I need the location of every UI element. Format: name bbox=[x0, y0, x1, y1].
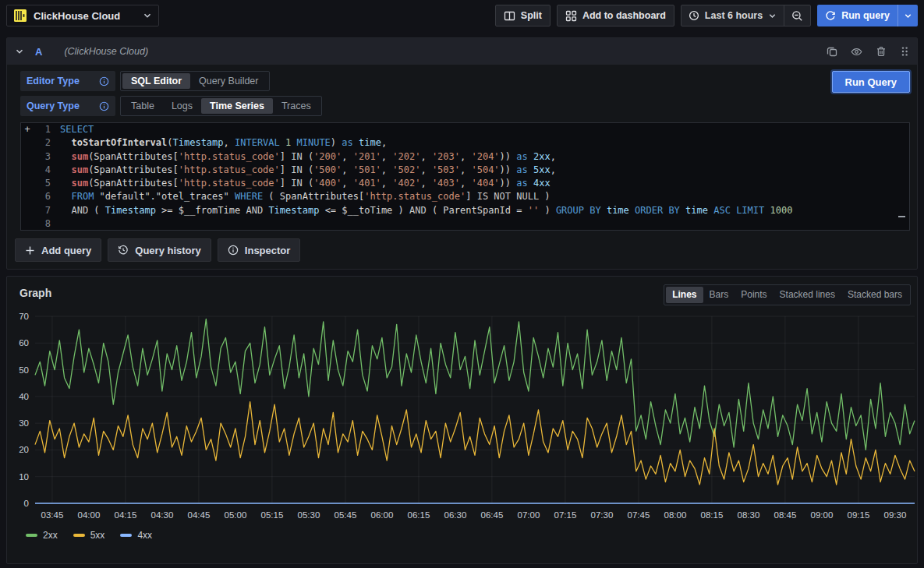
query-type-logs[interactable]: Logs bbox=[163, 98, 201, 114]
info-icon[interactable] bbox=[99, 101, 109, 111]
mode-points[interactable]: Points bbox=[735, 287, 773, 303]
svg-text:05:15: 05:15 bbox=[261, 510, 284, 520]
editor-type-label-box: Editor Type bbox=[20, 71, 115, 91]
time-series-chart[interactable]: 01020304050607003:4504:0004:1504:3004:45… bbox=[7, 305, 917, 528]
query-type-traces[interactable]: Traces bbox=[273, 98, 320, 114]
sql-code-editor[interactable]: +1SELECT2 toStartOfInterval(Timestamp, I… bbox=[20, 122, 910, 231]
svg-text:07:15: 07:15 bbox=[554, 510, 577, 520]
sql-line-7[interactable]: 7 AND ( Timestamp >= $__fromTime AND Tim… bbox=[21, 204, 909, 217]
svg-text:03:45: 03:45 bbox=[41, 510, 64, 520]
svg-text:06:15: 06:15 bbox=[408, 510, 430, 520]
chevron-down-icon bbox=[143, 11, 152, 20]
mode-bars[interactable]: Bars bbox=[703, 287, 735, 303]
dashboard-grid-icon bbox=[565, 10, 577, 22]
svg-text:04:45: 04:45 bbox=[188, 510, 211, 520]
split-label: Split bbox=[521, 10, 542, 21]
sql-line-3[interactable]: 3 sum(SpanAttributes['http.status_code']… bbox=[21, 150, 909, 164]
chart-legend: 2xx 5xx 4xx bbox=[7, 528, 917, 541]
eye-icon[interactable] bbox=[851, 46, 862, 58]
clickhouse-logo-icon bbox=[13, 9, 27, 23]
inspector-button[interactable]: Inspector bbox=[218, 238, 301, 262]
time-range-button[interactable]: Last 6 hours bbox=[681, 5, 784, 26]
collapse-chevron-icon bbox=[15, 47, 24, 56]
sql-line-5[interactable]: 5 sum(SpanAttributes['http.status_code']… bbox=[21, 177, 909, 190]
split-button[interactable]: Split bbox=[495, 5, 551, 26]
query-history-button[interactable]: Query history bbox=[108, 238, 211, 262]
mode-stacked-lines[interactable]: Stacked lines bbox=[774, 287, 841, 303]
svg-text:09:30: 09:30 bbox=[884, 510, 907, 520]
split-icon bbox=[504, 10, 515, 22]
svg-text:05:30: 05:30 bbox=[298, 510, 320, 520]
query-history-label: Query history bbox=[135, 245, 201, 256]
svg-text:09:00: 09:00 bbox=[811, 510, 834, 520]
mode-lines[interactable]: Lines bbox=[666, 287, 703, 303]
zoom-out-button[interactable] bbox=[784, 5, 810, 26]
query-header-row[interactable]: A (ClickHouse Cloud) bbox=[7, 38, 917, 65]
query-type-row: Query Type Table Logs Time Series Traces bbox=[20, 96, 910, 116]
chevron-down-icon bbox=[768, 12, 777, 20]
info-icon[interactable] bbox=[99, 76, 109, 86]
svg-text:50: 50 bbox=[19, 365, 29, 375]
sql-line-1[interactable]: +1SELECT bbox=[21, 123, 909, 136]
drag-handle-icon[interactable] bbox=[900, 46, 909, 57]
query-ref-id: A bbox=[35, 46, 42, 58]
history-icon bbox=[118, 245, 129, 256]
sql-line-4[interactable]: 4 sum(SpanAttributes['http.status_code']… bbox=[21, 164, 909, 177]
top-bar: ClickHouse Cloud Split Add to dashboard … bbox=[0, 0, 924, 31]
clock-icon bbox=[689, 10, 699, 21]
editor-type-row: Editor Type SQL Editor Query Builder bbox=[20, 71, 910, 91]
editor-type-query-builder[interactable]: Query Builder bbox=[190, 73, 267, 89]
legend-item-2xx[interactable]: 2xx bbox=[26, 530, 58, 541]
run-query-dropdown[interactable] bbox=[897, 5, 918, 26]
query-type-label-box: Query Type bbox=[20, 96, 115, 116]
inspector-label: Inspector bbox=[245, 245, 291, 256]
time-picker-group: Last 6 hours bbox=[681, 5, 811, 26]
time-range-label: Last 6 hours bbox=[705, 10, 763, 21]
svg-text:08:30: 08:30 bbox=[738, 510, 760, 520]
editor-cursor bbox=[898, 216, 905, 217]
run-query-split-button: Run query bbox=[817, 5, 918, 26]
editor-type-sql-editor[interactable]: SQL Editor bbox=[122, 73, 190, 89]
run-query-button-editor[interactable]: Run Query bbox=[832, 71, 910, 93]
trash-icon[interactable] bbox=[876, 46, 887, 57]
svg-text:08:00: 08:00 bbox=[664, 510, 687, 520]
datasource-picker[interactable]: ClickHouse Cloud bbox=[6, 5, 159, 26]
graph-mode-group: Lines Bars Points Stacked lines Stacked … bbox=[664, 284, 911, 305]
editor-type-label: Editor Type bbox=[27, 76, 80, 86]
info-icon bbox=[228, 245, 239, 256]
query-type-table[interactable]: Table bbox=[122, 98, 163, 114]
svg-text:06:45: 06:45 bbox=[481, 510, 504, 520]
svg-text:07:00: 07:00 bbox=[518, 510, 540, 520]
run-query-button-top[interactable]: Run query bbox=[817, 5, 897, 26]
graph-title: Graph bbox=[19, 287, 51, 299]
sql-line-2[interactable]: 2 toStartOfInterval(Timestamp, INTERVAL … bbox=[21, 136, 909, 150]
sql-line-8[interactable]: 8 bbox=[21, 217, 909, 231]
query-datasource-hint: (ClickHouse Cloud) bbox=[64, 46, 148, 57]
add-query-label: Add query bbox=[41, 245, 91, 256]
mode-stacked-bars[interactable]: Stacked bars bbox=[841, 287, 908, 303]
svg-text:0: 0 bbox=[24, 499, 29, 508]
sql-line-6[interactable]: 6 FROM "default"."otel_traces" WHERE ( S… bbox=[21, 190, 909, 203]
query-type-label: Query Type bbox=[27, 101, 80, 111]
svg-text:60: 60 bbox=[19, 338, 29, 348]
query-type-time-series[interactable]: Time Series bbox=[201, 98, 273, 114]
legend-item-4xx[interactable]: 4xx bbox=[120, 530, 152, 541]
editor-type-group: SQL Editor Query Builder bbox=[120, 71, 270, 91]
svg-text:09:15: 09:15 bbox=[848, 510, 870, 520]
graph-panel: Graph Lines Bars Points Stacked lines St… bbox=[6, 276, 918, 564]
legend-item-5xx[interactable]: 5xx bbox=[73, 530, 105, 541]
svg-text:04:30: 04:30 bbox=[151, 510, 174, 520]
duplicate-icon[interactable] bbox=[827, 46, 837, 57]
add-query-button[interactable]: Add query bbox=[15, 238, 101, 262]
query-body: Run Query Editor Type SQL Editor Query B… bbox=[7, 65, 917, 231]
add-to-dashboard-button[interactable]: Add to dashboard bbox=[557, 5, 674, 26]
svg-text:07:45: 07:45 bbox=[628, 510, 650, 520]
svg-text:20: 20 bbox=[19, 445, 29, 454]
svg-text:05:45: 05:45 bbox=[335, 510, 357, 520]
svg-text:08:15: 08:15 bbox=[701, 510, 724, 520]
run-query-label: Run query bbox=[841, 10, 890, 21]
query-footer: Add query Query history Inspector bbox=[7, 231, 917, 269]
datasource-name: ClickHouse Cloud bbox=[34, 10, 136, 22]
legend-swatch-4xx bbox=[120, 534, 132, 537]
svg-text:70: 70 bbox=[19, 312, 29, 321]
